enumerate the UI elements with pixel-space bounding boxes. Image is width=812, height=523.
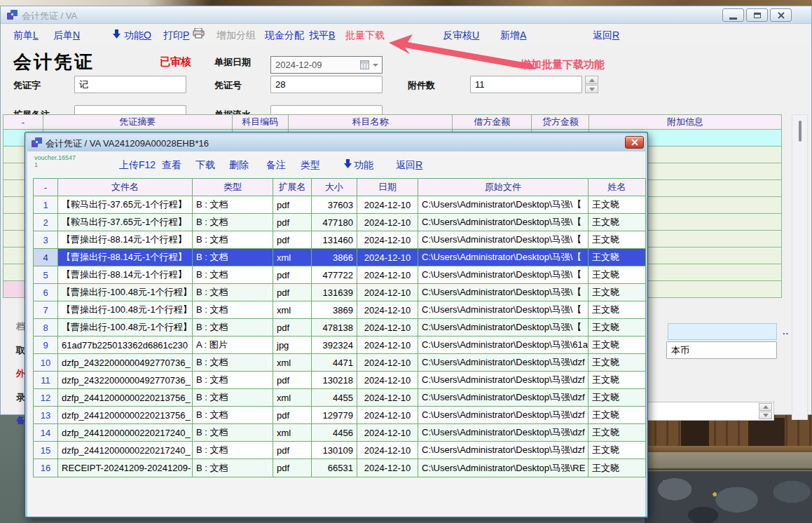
attachments-stepper[interactable] xyxy=(585,76,598,93)
file-size: 131639 xyxy=(312,284,357,301)
attachment-row[interactable]: 2【鞍马出行-37.65元-1个行程】B : 文档pdf4771802024-1… xyxy=(34,214,645,231)
wallpaper-beam xyxy=(645,446,812,452)
attachment-row[interactable]: 3【曹操出行-88.14元-1个行程】B : 文档pdf1314602024-1… xyxy=(34,231,645,249)
toolbar-delete[interactable]: 删除 xyxy=(229,151,249,178)
close-button[interactable] xyxy=(770,8,792,22)
toolbar-return[interactable]: 返回R xyxy=(396,151,422,178)
stepper-down-icon[interactable] xyxy=(585,85,598,93)
side-highlight-field[interactable] xyxy=(668,323,777,340)
voucher-word-label: 凭证字 xyxy=(13,79,41,92)
user-name: 王文晓 xyxy=(589,266,645,283)
attachment-row[interactable]: 13dzfp_24412000000220213756_B : 文档pdf129… xyxy=(34,407,645,424)
toolbar-print[interactable]: 打印P xyxy=(163,25,189,46)
toolbar-type[interactable]: 类型 xyxy=(301,151,320,178)
toolbar-functions[interactable]: 功能 xyxy=(354,151,373,178)
maximize-button[interactable] xyxy=(746,8,768,22)
functions-down-arrow-icon[interactable] xyxy=(113,25,121,46)
attachment-row[interactable]: 4【曹操出行-88.14元-1个行程】B : 文档xml38662024-12-… xyxy=(34,249,645,266)
attachment-row[interactable]: 8【曹操出行-100.48元-1个行程】B : 文档pdf4781382024-… xyxy=(34,319,645,337)
date-value: 2024-12-09 xyxy=(275,60,322,70)
file-type: B : 文档 xyxy=(193,301,273,318)
toolbar-functions[interactable]: 功能O xyxy=(124,25,151,46)
window-title: 会计凭证 / VA xyxy=(22,10,77,22)
row-number: 6 xyxy=(34,284,58,301)
minimize-button[interactable] xyxy=(722,8,744,22)
file-size: 3869 xyxy=(312,301,357,318)
row-number: 7 xyxy=(34,301,58,318)
voucher-word-field[interactable] xyxy=(74,76,186,93)
file-name: dzfp_24412000000220217240_ xyxy=(58,442,193,459)
desktop-wallpaper-photo xyxy=(645,415,812,523)
file-type: B : 文档 xyxy=(193,284,273,301)
source-path: C:\Users\Administrator\Desktop\马强\【 xyxy=(418,214,589,231)
toolbar-cash-allocation[interactable]: 现金分配 xyxy=(265,25,304,46)
user-name: 王文晓 xyxy=(589,407,645,423)
attachment-row[interactable]: 6【曹操出行-100.48元-1个行程】B : 文档pdf1316392024-… xyxy=(34,284,645,301)
column-header: 贷方金额 xyxy=(532,115,589,129)
dialog-body: voucher.16547 1 上传F12查看下载删除备注类型功能返回R -文件… xyxy=(27,151,645,517)
dialog-close-button[interactable] xyxy=(625,136,644,149)
currency-field[interactable] xyxy=(666,341,777,359)
source-path: C:\Users\Administrator\Desktop\马强\dzf xyxy=(418,442,589,459)
wallpaper-rocks xyxy=(645,471,812,523)
toolbar-upload[interactable]: 上传F12 xyxy=(119,151,156,178)
column-header: 姓名 xyxy=(589,179,645,196)
source-path: C:\Users\Administrator\Desktop\马强\【 xyxy=(418,319,589,336)
attachment-row[interactable]: 5【曹操出行-88.14元-1个行程】B : 文档pdf4777222024-1… xyxy=(34,266,645,284)
user-name: 王文晓 xyxy=(589,424,645,441)
attachment-row[interactable]: 14dzfp_24412000000220217240_B : 文档xml445… xyxy=(34,424,645,442)
toolbar-balance[interactable]: 找平B xyxy=(309,25,335,46)
approved-stamp: 已审核 xyxy=(160,55,191,69)
attachment-row[interactable]: 10dzfp_24322000000492770736_B : 文档xml447… xyxy=(34,354,645,372)
screen: 会计凭证 / VA 前单L后单N功能O打印P增加分组现金分配找平B批量下载反审核… xyxy=(0,0,812,523)
file-name: dzfp_24322000000492770736_ xyxy=(58,372,193,388)
file-date: 2024-12-10 xyxy=(357,337,418,353)
functions-down-arrow-icon[interactable] xyxy=(344,151,352,178)
row-number: 4 xyxy=(34,249,58,266)
stepper-up-icon[interactable] xyxy=(585,76,598,84)
row-number: 16 xyxy=(34,459,58,477)
file-date: 2024-12-10 xyxy=(357,196,418,213)
file-name: 【鞍马出行-37.65元-1个行程】 xyxy=(58,214,193,231)
toolbar-download[interactable]: 下载 xyxy=(195,151,215,178)
column-header: 原始文件 xyxy=(418,179,589,196)
toolbar-next-voucher[interactable]: 后单N xyxy=(53,25,80,46)
attachment-row[interactable]: 7【曹操出行-100.48元-1个行程】B : 文档xml38692024-12… xyxy=(34,301,645,319)
toolbar-return[interactable]: 返回R xyxy=(593,25,619,46)
voucher-no-field[interactable] xyxy=(270,76,383,93)
user-name: 王文晓 xyxy=(589,442,645,459)
file-type: B : 文档 xyxy=(193,354,273,371)
printer-icon[interactable] xyxy=(193,25,205,46)
date-field[interactable]: 2024-12-09 xyxy=(270,56,383,74)
attachment-row[interactable]: 12dzfp_24412000000220213756_B : 文档xml445… xyxy=(34,389,645,407)
file-name: RECEIPT-20241209-20241209- xyxy=(58,459,193,477)
file-ext: pdf xyxy=(273,319,312,336)
toolbar-prev-voucher[interactable]: 前单L xyxy=(13,25,39,46)
file-type: B : 文档 xyxy=(193,214,273,231)
attachment-row[interactable]: 11dzfp_24322000000492770736_B : 文档pdf130… xyxy=(34,372,645,389)
toolbar-view[interactable]: 查看 xyxy=(162,151,181,178)
attachment-row[interactable]: 15dzfp_24412000000220217240_B : 文档pdf130… xyxy=(34,442,645,459)
source-path: C:\Users\Administrator\Desktop\马强\dzf xyxy=(418,407,589,423)
attachment-row[interactable]: 1【鞍马出行-37.65元-1个行程】B : 文档pdf376032024-12… xyxy=(34,196,645,214)
more-button[interactable]: .. xyxy=(783,326,789,337)
source-path: C:\Users\Administrator\Desktop\马强\61a xyxy=(418,337,589,353)
bottom-field-stepper[interactable] xyxy=(759,403,772,421)
toolbar-remark[interactable]: 备注 xyxy=(266,151,286,178)
source-path: C:\Users\Administrator\Desktop\马强\dzf xyxy=(418,354,589,371)
stepper-up-icon[interactable] xyxy=(759,403,772,411)
toolbar-add-group[interactable]: 增加分组 xyxy=(216,25,256,46)
page-title: 会计凭证 xyxy=(13,50,95,74)
vertical-scrollbar[interactable] xyxy=(792,114,808,420)
scrollbar-thumb[interactable] xyxy=(799,121,801,142)
file-type: B : 文档 xyxy=(193,196,273,213)
source-path: C:\Users\Administrator\Desktop\马强\RE xyxy=(418,459,589,477)
source-path: C:\Users\Administrator\Desktop\马强\dzf xyxy=(418,372,589,388)
attachment-row[interactable]: 961ad77b225013362d6861c230A : 图片jpg39232… xyxy=(34,337,645,354)
attachment-row[interactable]: 16RECEIPT-20241209-20241209-B : 文档pdf665… xyxy=(34,459,645,477)
stepper-down-icon[interactable] xyxy=(759,412,772,419)
file-type: B : 文档 xyxy=(193,459,273,477)
column-header: 借方金额 xyxy=(453,115,532,129)
attachments-field[interactable] xyxy=(470,76,582,93)
dialog-toolbar: voucher.16547 1 上传F12查看下载删除备注类型功能返回R xyxy=(27,151,645,178)
